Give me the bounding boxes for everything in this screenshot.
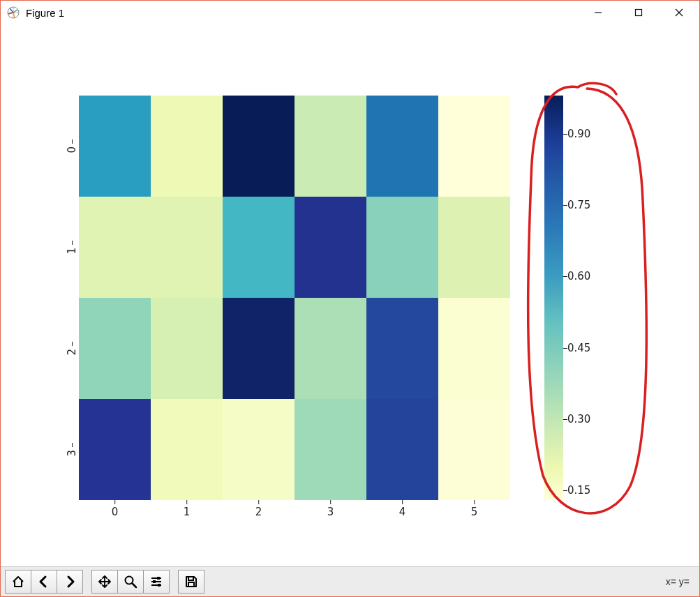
x-tick-label: 3: [327, 506, 334, 518]
heatmap-cell: [151, 96, 223, 197]
x-tick-label: 2: [255, 506, 262, 518]
minimize-button[interactable]: [578, 1, 618, 24]
y-tick-label: 3: [66, 450, 78, 464]
home-button[interactable]: [5, 570, 31, 594]
svg-rect-13: [188, 577, 193, 580]
heatmap-cell: [151, 298, 223, 399]
axes: 0123 012345 0.150.300.450.600.750.90: [79, 96, 602, 521]
colorbar-tick-label: 0.15: [567, 484, 590, 497]
matplotlib-toolbar: x= y=: [1, 566, 699, 596]
heatmap-cell: [151, 197, 223, 298]
app-window: Figure 1 0123 012345 0.150.300.450.600.7…: [0, 0, 700, 597]
colorbar-tick-label: 0.60: [567, 270, 590, 282]
colorbar-tick-label: 0.30: [567, 413, 590, 425]
back-button[interactable]: [31, 570, 57, 594]
heatmap-cell: [366, 399, 438, 500]
close-button[interactable]: [659, 1, 699, 24]
heatmap-cell: [223, 197, 295, 298]
heatmap-cell: [366, 298, 438, 399]
y-tick-label: 0: [66, 146, 78, 160]
maximize-button[interactable]: [618, 1, 659, 24]
heatmap-image: [79, 96, 510, 500]
heatmap-cell: [223, 298, 295, 399]
colorbar-tick-label: 0.45: [567, 342, 590, 354]
heatmap-cell: [438, 197, 510, 298]
heatmap-cell: [79, 96, 151, 197]
heatmap-cell: [366, 96, 438, 197]
svg-line-6: [133, 584, 137, 588]
colorbar-tick-label: 0.90: [567, 128, 590, 140]
heatmap-cell: [438, 96, 510, 197]
heatmap-cell: [223, 399, 295, 500]
heatmap-cell: [79, 197, 151, 298]
y-tick-label: 2: [66, 349, 78, 363]
heatmap-cell: [79, 399, 151, 500]
zoom-button[interactable]: [117, 570, 144, 594]
heatmap-cell: [366, 197, 438, 298]
heatmap-cell: [438, 399, 510, 500]
heatmap-cell: [295, 298, 366, 399]
pan-button[interactable]: [91, 570, 118, 594]
heatmap-cell: [295, 197, 366, 298]
colorbar-tick-label: 0.75: [567, 199, 590, 211]
toolbar-group-view: [91, 570, 170, 594]
forward-button[interactable]: [57, 570, 83, 594]
svg-rect-11: [153, 580, 156, 583]
heatmap-cell: [79, 298, 151, 399]
window-title: Figure 1: [26, 7, 64, 19]
title-bar: Figure 1: [1, 1, 699, 24]
toolbar-group-io: [178, 570, 204, 594]
heatmap-cell: [438, 298, 510, 399]
heatmap-cell: [151, 399, 223, 500]
svg-rect-12: [158, 584, 161, 587]
annotation-circle: [512, 75, 658, 535]
coordinate-readout: x= y=: [666, 576, 695, 587]
x-tick-label: 0: [112, 506, 119, 518]
x-tick-label: 5: [471, 506, 478, 518]
toolbar-group-nav: [5, 570, 83, 594]
y-tick-label: 1: [66, 248, 78, 262]
matplotlib-app-icon: [6, 6, 20, 20]
save-button[interactable]: [178, 570, 204, 594]
x-tick-label: 4: [399, 506, 406, 518]
x-tick-label: 1: [184, 506, 191, 518]
heatmap-cell: [295, 399, 366, 500]
svg-rect-2: [636, 10, 642, 16]
colorbar: [544, 96, 563, 500]
svg-rect-14: [188, 582, 194, 587]
figure-canvas[interactable]: 0123 012345 0.150.300.450.600.750.90: [1, 24, 699, 567]
svg-rect-10: [157, 577, 160, 580]
configure-subplots-button[interactable]: [143, 570, 170, 594]
heatmap-cell: [223, 96, 295, 197]
heatmap-cell: [295, 96, 366, 197]
